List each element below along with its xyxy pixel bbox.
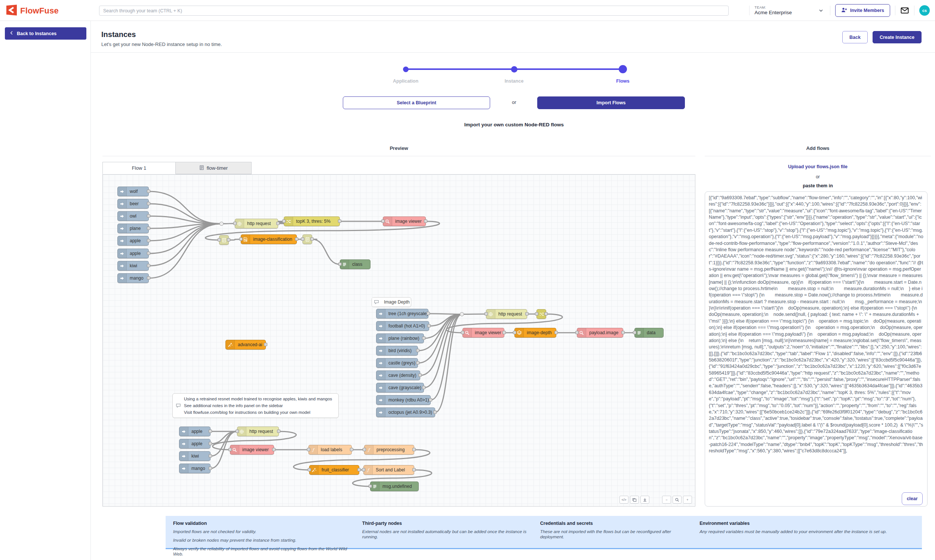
- flow-node-castle[interactable]: castle (greys): [376, 358, 418, 368]
- node-output-port[interactable]: [422, 337, 426, 340]
- node-input-port[interactable]: [282, 220, 286, 223]
- flow-node-bird[interactable]: bird (viridis): [376, 346, 418, 355]
- user-avatar[interactable]: cs: [919, 5, 930, 16]
- node-input-port[interactable]: [484, 312, 488, 315]
- node-output-port[interactable]: [427, 312, 430, 315]
- flow-node-monkey[interactable]: monkey (rdbu A0>1): [376, 395, 431, 405]
- search-input[interactable]: [99, 6, 729, 16]
- flow-node-dataDbg[interactable]: data: [634, 328, 664, 338]
- flow-node-imgClass[interactable]: image-classification: [241, 234, 297, 244]
- flow-node-apple1[interactable]: apple: [117, 236, 149, 246]
- flow-node-loadLabels[interactable]: ƒload labels: [308, 445, 352, 455]
- node-output-port[interactable]: [147, 214, 150, 218]
- flow-node-apple3[interactable]: apple: [179, 426, 211, 436]
- node-output-port[interactable]: [554, 331, 558, 334]
- back-to-instances-button[interactable]: Back to Instances: [5, 27, 86, 40]
- node-input-port[interactable]: [381, 220, 385, 223]
- node-output-port[interactable]: [503, 331, 506, 334]
- node-input-port[interactable]: [228, 448, 232, 451]
- node-output-port[interactable]: [147, 276, 150, 280]
- flow-node-httpBot[interactable]: http request: [237, 426, 279, 436]
- team-selector[interactable]: TEAM: Acme Enterprise: [754, 5, 792, 16]
- node-input-port[interactable]: [363, 448, 366, 451]
- node-input-port[interactable]: [369, 485, 372, 488]
- node-output-port[interactable]: [295, 237, 298, 241]
- node-output-port[interactable]: [544, 312, 548, 315]
- node-input-port[interactable]: [362, 468, 365, 471]
- flow-node-kiwi2[interactable]: kiwi: [179, 451, 211, 461]
- download-button[interactable]: [640, 496, 649, 503]
- node-input-port[interactable]: [535, 312, 538, 315]
- node-output-port[interactable]: [427, 324, 431, 328]
- zoom-out-button[interactable]: −: [662, 496, 671, 503]
- clear-button[interactable]: clear: [902, 492, 923, 505]
- flow-node-sortLabel[interactable]: ƒSort and Label: [363, 465, 414, 475]
- node-input-port[interactable]: [308, 468, 311, 471]
- node-output-port[interactable]: [621, 331, 625, 334]
- flow-node-viewerDepth[interactable]: image viewer: [463, 328, 504, 338]
- import-flows-button[interactable]: Import Flows: [537, 97, 685, 109]
- flow-node-viewerTop[interactable]: image viewer: [383, 217, 426, 226]
- flow-node-owl[interactable]: owl: [117, 211, 149, 221]
- flow-node-apple2[interactable]: apple: [117, 249, 149, 258]
- node-output-port[interactable]: [147, 252, 150, 255]
- flow-node-payloadImg[interactable]: payload.image: [577, 328, 623, 338]
- flow-canvas[interactable]: wolfbeerowlplaneappleapplekiwimangohttp …: [102, 174, 695, 506]
- flow-node-tree[interactable]: tree (1ch greyscale): [376, 309, 428, 318]
- node-output-port[interactable]: [277, 429, 280, 433]
- flow-node-apple4[interactable]: apple: [179, 439, 211, 449]
- flow-node-classDbg[interactable]: class: [340, 260, 371, 269]
- node-output-port[interactable]: [209, 442, 212, 445]
- node-input-port[interactable]: [233, 222, 237, 225]
- flow-node-httpTop[interactable]: http request: [235, 219, 278, 228]
- copy-button[interactable]: [630, 496, 639, 503]
- flow-node-kiwi1[interactable]: kiwi: [117, 261, 149, 271]
- node-output-port[interactable]: [147, 202, 150, 205]
- zoom-reset-button[interactable]: [672, 496, 681, 503]
- node-input-port[interactable]: [301, 237, 304, 241]
- node-output-port[interactable]: [209, 454, 212, 458]
- node-output-port[interactable]: [412, 448, 416, 451]
- flow-node-plane[interactable]: plane: [117, 223, 149, 233]
- flow-node-football[interactable]: football (hot A1>0): [376, 321, 429, 331]
- node-input-port[interactable]: [218, 238, 221, 242]
- node-output-port[interactable]: [525, 312, 529, 315]
- invite-members-button[interactable]: Invite Members: [835, 4, 890, 17]
- node-output-port[interactable]: [424, 220, 427, 223]
- chevron-down-icon[interactable]: [818, 8, 824, 13]
- flow-node-mango1[interactable]: mango: [117, 273, 149, 283]
- node-output-port[interactable]: [416, 361, 420, 365]
- node-output-port[interactable]: [422, 386, 426, 389]
- flow-node-tmpl2[interactable]: [303, 234, 312, 244]
- node-output-port[interactable]: [338, 220, 341, 223]
- node-output-port[interactable]: [357, 468, 361, 471]
- flow-node-fruitCls[interactable]: fruit_classifier: [309, 465, 359, 475]
- step-dot-flows[interactable]: [619, 65, 627, 73]
- node-output-port[interactable]: [433, 411, 437, 414]
- back-button[interactable]: Back: [842, 31, 868, 43]
- node-output-port[interactable]: [412, 468, 416, 471]
- flow-node-octopus[interactable]: octopus (jet A0.9>0.3): [376, 408, 435, 417]
- node-output-port[interactable]: [227, 238, 230, 242]
- node-input-port[interactable]: [307, 448, 310, 451]
- node-output-port[interactable]: [147, 239, 150, 242]
- node-output-port[interactable]: [310, 237, 314, 241]
- step-dot-instance[interactable]: [511, 66, 517, 72]
- upload-flows-link[interactable]: Upload your flows.json file: [705, 164, 931, 169]
- flows-json-textarea[interactable]: [{"id":"9a693308.7ebaf","type":"subflow"…: [705, 191, 927, 506]
- flow-node-chgD[interactable]: [537, 309, 546, 319]
- flow-node-imgDepth[interactable]: image-depth: [514, 328, 556, 338]
- node-output-port[interactable]: [416, 349, 420, 352]
- node-input-port[interactable]: [338, 262, 342, 266]
- flow-node-planeR[interactable]: plane (rainbow): [376, 334, 424, 343]
- flow-node-advAi[interactable]: advanced-ai: [225, 340, 266, 349]
- flow-node-caveG[interactable]: cave (grayscale): [376, 383, 424, 392]
- flow-node-topK[interactable]: topK 3, thres: 5%: [284, 217, 340, 226]
- flow-node-mango2[interactable]: mango: [179, 463, 211, 473]
- flow-node-preproc[interactable]: ƒpreprocessing: [364, 445, 414, 455]
- node-output-port[interactable]: [276, 222, 280, 225]
- tab-flow-timer[interactable]: flow-timer: [176, 162, 252, 174]
- flow-node-tmpl1[interactable]: [219, 235, 229, 245]
- node-output-port[interactable]: [209, 429, 212, 433]
- node-output-port[interactable]: [147, 189, 150, 193]
